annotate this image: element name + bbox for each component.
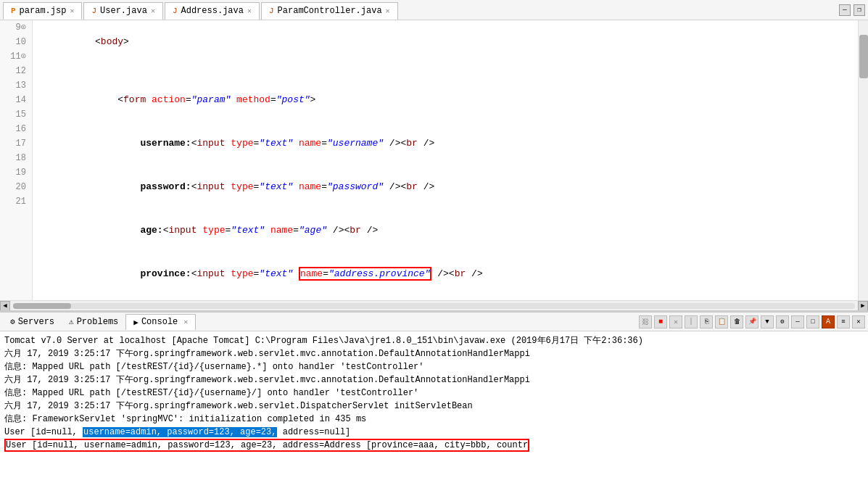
close-icon[interactable]: ✕ [151, 7, 155, 15]
close-panel-icon[interactable]: ✕ [852, 315, 865, 328]
minimize-panel-icon[interactable]: — [791, 315, 804, 328]
console-toolbar: ⛓ ■ ✕ | ⎘ 📋 🗑 📌 ▼ ⚙ — □ A ≡ ✕ [639, 315, 865, 328]
view-menu-icon[interactable]: ≡ [837, 315, 850, 328]
paste-icon[interactable]: 📋 [715, 315, 728, 328]
user-suffix: address=null] [277, 427, 350, 437]
debug-icon[interactable]: | [685, 315, 698, 328]
close-icon[interactable]: ✕ [70, 7, 74, 15]
console-log-1: 六月 17, 2019 3:25:17 下午org.springframewor… [4, 347, 864, 360]
tab-label: param.jsp [20, 6, 67, 16]
bottom-panel: ⚙ Servers ⚠ Problems ▶ Console ✕ ⛓ ■ ✕ |… [0, 311, 868, 496]
stop-icon[interactable]: ■ [654, 315, 667, 328]
jsp-icon: P [11, 7, 16, 15]
tab-label: Servers [18, 317, 54, 327]
console-log-4: 信息: Mapped URL path [/testREST/{id}/{use… [4, 387, 864, 400]
link-icon[interactable]: ⛓ [639, 315, 652, 328]
console-title-text: Tomcat v7.0 Server at localhost [Apache … [4, 336, 643, 346]
tab-paramcontroller-java[interactable]: J ParamController.java ✕ [261, 2, 398, 20]
console-title-line: Tomcat v7.0 Server at localhost [Apache … [4, 334, 864, 347]
scroll-left-button[interactable]: ◀ [0, 301, 10, 311]
maximize-panel-icon[interactable]: □ [806, 315, 819, 328]
console-log-6: 信息: FrameworkServlet 'springMVC': initia… [4, 413, 864, 426]
tab-label: Address.java [181, 6, 244, 16]
user-line-2-text: User [id=null, username=admin, password=… [6, 440, 528, 450]
scrollbar-track[interactable] [13, 303, 855, 309]
scrollbar-thumb[interactable] [859, 35, 868, 78]
restore-button[interactable]: ❐ [853, 4, 865, 16]
tab-user-java[interactable]: J User.java ✕ [83, 2, 162, 20]
code-scroll[interactable]: 9⊙ 10 11⊙ 12 13 14 15 16 17 18 19 20 21 … [0, 20, 868, 300]
bottom-tab-bar: ⚙ Servers ⚠ Problems ▶ Console ✕ ⛓ ■ ✕ |… [0, 313, 868, 331]
servers-icon: ⚙ [10, 317, 15, 326]
console-log-5: 六月 17, 2019 3:25:17 下午org.springframewor… [4, 400, 864, 413]
horizontal-scrollbar[interactable]: ◀ ▶ [0, 300, 868, 310]
tab-param-jsp[interactable]: P param.jsp ✕ [3, 2, 82, 20]
scrollbar-thumb-h[interactable] [13, 303, 71, 309]
code-line-16: city:<input type="text" name="address.ci… [38, 296, 862, 300]
editor-area: 9⊙ 10 11⊙ 12 13 14 15 16 17 18 19 20 21 … [0, 20, 868, 311]
line-numbers: 9⊙ 10 11⊙ 12 13 14 15 16 17 18 19 20 21 [0, 20, 33, 300]
tab-label: Console [141, 317, 178, 327]
tab-label: ParamController.java [278, 6, 382, 16]
copy-icon[interactable]: ⎘ [700, 315, 713, 328]
code-line-12: username:<input type="text" name="userna… [38, 122, 862, 165]
java-icon: J [173, 7, 178, 15]
tab-bar: P param.jsp ✕ J User.java ✕ J Address.ja… [0, 0, 868, 20]
console-user-line-1: User [id=null, username=admin, password=… [4, 426, 864, 439]
minimize-button[interactable]: — [839, 4, 851, 16]
highlighted-user-data: username=admin, password=123, age=23, [83, 427, 277, 437]
code-line-10 [38, 64, 862, 78]
code-line-15: province:<input type="text" name="addres… [38, 252, 862, 296]
tab-address-java[interactable]: J Address.java ✕ [165, 2, 260, 20]
java-icon: J [269, 7, 274, 15]
clear-icon[interactable]: 🗑 [730, 315, 743, 328]
close-icon[interactable]: ✕ [247, 7, 252, 15]
console-content[interactable]: Tomcat v7.0 Server at localhost [Apache … [0, 331, 868, 496]
user-prefix: User [id=null, [4, 427, 83, 437]
problems-icon: ⚠ [69, 317, 74, 326]
scroll-right-button[interactable]: ▶ [858, 301, 868, 311]
console-log-3: 六月 17, 2019 3:25:17 下午org.springframewor… [4, 373, 864, 387]
close-icon[interactable]: ✕ [386, 7, 390, 15]
tab-problems[interactable]: ⚠ Problems [62, 314, 125, 330]
tab-label: Problems [77, 317, 119, 327]
console-log-2: 信息: Mapped URL path [/testREST/{id}/{use… [4, 360, 864, 373]
java-icon: J [91, 7, 96, 15]
disconnect-icon[interactable]: ✕ [669, 315, 682, 328]
console-icon: ▶ [133, 318, 139, 327]
vertical-scrollbar[interactable] [858, 20, 868, 300]
code-line-14: age:<input type="text" name="age" /><br … [38, 209, 862, 252]
error-badge[interactable]: A [822, 315, 835, 328]
window-controls: — ❐ [839, 4, 865, 16]
code-lines: <body> <form action="param" method="post… [33, 20, 868, 300]
tab-label: User.java [100, 6, 147, 16]
tab-servers[interactable]: ⚙ Servers [3, 314, 62, 330]
console-user-line-2: User [id=null, username=admin, password=… [4, 439, 864, 452]
tab-console[interactable]: ▶ Console ✕ [125, 314, 196, 330]
pin-icon[interactable]: 📌 [745, 315, 759, 328]
code-line-13: password:<input type="text" name="passwo… [38, 165, 862, 209]
code-line-9: <body> [38, 20, 862, 64]
arrow-down-icon[interactable]: ▼ [761, 315, 774, 328]
code-line-11: <form action="param" method="post"> [38, 78, 862, 122]
settings-icon[interactable]: ⚙ [776, 315, 789, 328]
close-icon[interactable]: ✕ [183, 318, 188, 326]
